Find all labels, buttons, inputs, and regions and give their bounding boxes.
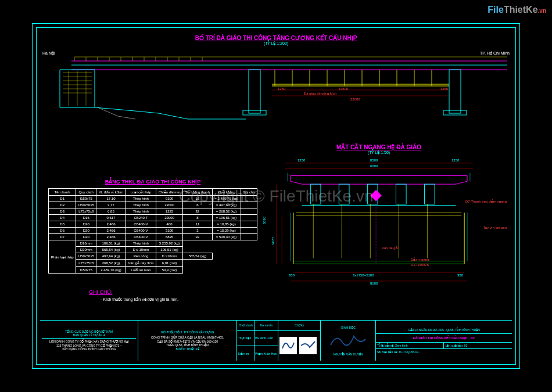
table-cell: 3,77	[96, 202, 126, 208]
table-cell: 1225	[156, 208, 183, 215]
table-header: KL đơn vị kG/m	[96, 189, 126, 196]
table-row: U50x50x5497,64 (kg)Rèn côngD >16mm565,54…	[49, 253, 257, 260]
notes-section: GHI CHÚ: - Kích thước trong bản vẽ đơn v…	[89, 289, 178, 302]
sec-label3: Ván lát gỗ	[382, 246, 398, 250]
table-cell: U50x50x5	[76, 202, 96, 208]
table-cell: 8	[182, 215, 212, 221]
table-header: Khối lượng	[212, 189, 241, 196]
table-cell: CB400-V	[126, 228, 156, 234]
table-cell: CB400-V	[126, 234, 156, 240]
table-cell: CB240-T	[126, 215, 156, 221]
tb-role2: Kiểm tra	[237, 346, 255, 361]
drawing-frame-inner: BỐ TRÍ ĐÀ GIÁO THI CÔNG TĂNG CƯỜNG KẾT C…	[36, 27, 516, 365]
sec-dim-side1: 3600	[263, 217, 266, 224]
tb-name2: Phạm Xuân Hòa	[255, 346, 278, 361]
tb-director-name: NGUYỄN VĂN HUYỀN	[333, 353, 363, 356]
table-cell: D ≤ 10mm	[126, 247, 156, 253]
drawing-frame-outer: BỐ TRÍ ĐÀ GIÁO THI CÔNG TĂNG CƯỜNG KẾT C…	[32, 23, 520, 369]
table-cell: 6,01 (m3)	[156, 260, 183, 267]
sec-dim-side2: 1235	[271, 237, 275, 244]
table-cell	[241, 202, 257, 208]
table-cell: 268,52 (kg)	[96, 260, 126, 267]
sec-dim-top1: 1250	[297, 159, 305, 162]
table-cell: 3.255,92 (kg)	[156, 240, 183, 247]
table-cell: D16	[76, 215, 96, 221]
svg-rect-26	[243, 110, 266, 115]
title-block: TỔNG CỤC ĐƯỜNG BỘ VIỆT NAM BAN QUẢN LÝ D…	[40, 320, 512, 361]
table-cell: 565,54 (kg)	[182, 253, 212, 260]
material-table-area: BẢNG THKL ĐÀ GIÁO THI CÔNG NHỊP Tên than…	[48, 179, 257, 274]
sec-label2: Tay vịn lan can	[483, 225, 507, 229]
table-cell: 23900	[156, 215, 183, 221]
table-row: D5D202,466CB400-V40011= 10,85 (kg)	[49, 221, 257, 228]
table-cell: D20mm	[76, 247, 96, 253]
sec-label1: D7-Thanh treo dầm ngang	[465, 199, 507, 203]
table-cell: 17,10	[96, 196, 126, 202]
table-cell: Thép hình	[126, 202, 156, 208]
table-cell: CB400-V	[126, 221, 156, 228]
dim-d3: 1250	[440, 87, 448, 91]
table-header: Tên thanh	[49, 189, 76, 196]
signature-icon	[279, 337, 297, 354]
sec-dim-top4: 6000	[370, 164, 378, 168]
section-view: MẶT CẮT NGANG HỆ ĐÀ GIÁO (TỶ LỆ 1:50)	[254, 144, 504, 312]
tb-drawing-no: Số hiệu bản vẽ: TC-TCQL55-07-	[377, 350, 511, 354]
svg-rect-49	[424, 184, 435, 204]
dim-d4: 22000	[350, 98, 360, 101]
table-cell: 106,51 (kg)	[156, 247, 183, 253]
table-cell: 2.489,76 (kg)	[96, 267, 126, 274]
section-scale: (TỶ LỆ 1:50)	[254, 150, 504, 155]
section-title: MẶT CẮT NGANG HỆ ĐÀ GIÁO	[254, 144, 504, 150]
svg-rect-25	[249, 70, 260, 113]
table-cell: D20	[76, 228, 96, 234]
table-row: L75x75x8268,52 (kg)Ván gỗ dày 3cm6,01 (m…	[49, 260, 257, 267]
table-cell: D3	[49, 208, 76, 215]
notes-title: GHI CHÚ:	[89, 289, 113, 295]
table-cell: 2,466	[96, 221, 126, 228]
table-row: D6D202,466CB400-V31002= 15,29 (kg)	[49, 228, 257, 234]
tb-scale: Tỷ lệ bản vẽ: Xem hình	[377, 344, 443, 347]
sec-label5: D1-I150x75	[411, 263, 429, 267]
table-header: Ghi chú	[241, 189, 257, 196]
table-row: D7D202,466CB400-V683532= 539,40 (kg)	[49, 234, 257, 240]
sec-dim-bot4: 8100	[370, 282, 378, 285]
svg-rect-45	[310, 184, 321, 204]
table-cell: Phân loại thép	[49, 240, 76, 274]
tb-step: BƯỚC: THIẾT KẾ	[175, 347, 199, 351]
svg-rect-48	[396, 184, 406, 204]
dim-d2: 1x500	[339, 87, 348, 91]
table-cell: 32	[182, 234, 212, 240]
table-row: I150x752.489,76 (kg)Lưới an toàn53,9 (m2…	[49, 267, 257, 274]
table-header: Chiều dài mm	[156, 189, 183, 196]
table-title: BẢNG THKL ĐÀ GIÁO THI CÔNG NHỊP	[48, 179, 257, 185]
table-cell: 2,466	[96, 234, 126, 240]
table-cell: Thép hình	[126, 208, 156, 215]
tb-name-hdr: Họ và tên	[255, 321, 278, 330]
table-cell: 6835	[156, 234, 183, 240]
svg-rect-39	[449, 70, 461, 113]
table-cell: = 539,40 (kg)	[212, 234, 241, 240]
tb-name1: Hà Minh Luân	[255, 330, 278, 346]
table-row: D3L75x75x86,85Thép hình122532= 268,52 (k…	[49, 208, 257, 215]
dim-d1: 1250	[278, 87, 285, 91]
table-cell: Thép hình	[126, 240, 156, 247]
table-cell: U50x50x5	[76, 253, 96, 260]
table-cell: D1	[49, 196, 76, 202]
table-cell: Rèn công	[126, 253, 156, 260]
table-cell: 106,51 (kg)	[96, 240, 126, 247]
table-cell: 2,466	[96, 228, 126, 234]
table-cell: Thép hình	[126, 196, 156, 202]
tb-drawing-title: ĐÀ GIÁO THI CÔNG KẾT CẤU NHỊP - 1/2	[378, 336, 510, 340]
table-cell: D20	[76, 234, 96, 240]
watermark-logo: FileThietKe.vn	[488, 5, 546, 15]
table-cell: D16mm	[76, 240, 96, 247]
director-signature-icon	[328, 329, 368, 353]
table-cell: = 497,64 (kg)	[212, 202, 241, 208]
table-cell: D2	[49, 202, 76, 208]
table-row: D4D160,617CB240-T239008= 106,51 (kg)	[49, 215, 257, 221]
table-cell: 6,85	[96, 208, 126, 215]
sec-dim-top2: 8500	[370, 159, 378, 162]
table-cell: 9100	[156, 196, 183, 202]
table-cell: I150x75	[76, 267, 96, 274]
signature-icon	[299, 337, 317, 354]
